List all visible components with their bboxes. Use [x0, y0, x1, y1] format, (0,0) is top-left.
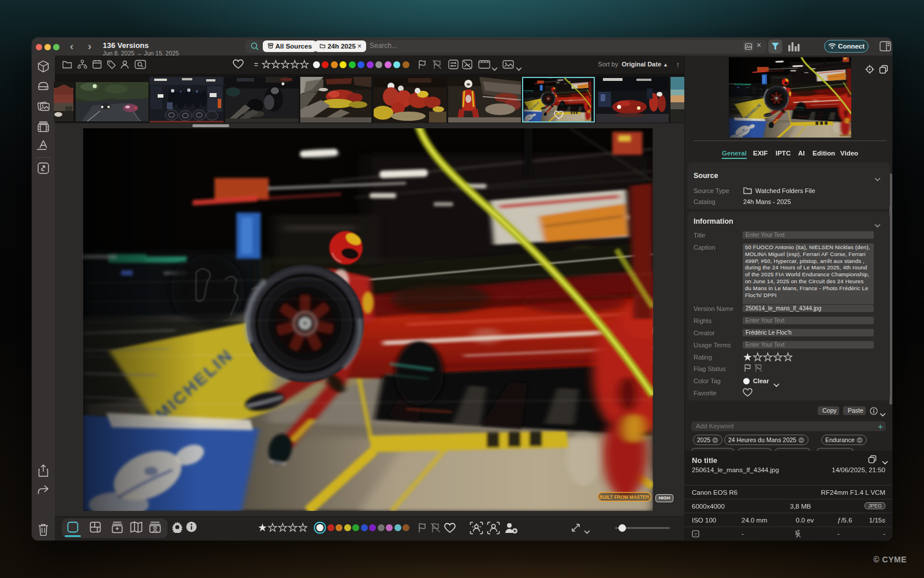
svg-text:?: ?	[694, 532, 697, 537]
